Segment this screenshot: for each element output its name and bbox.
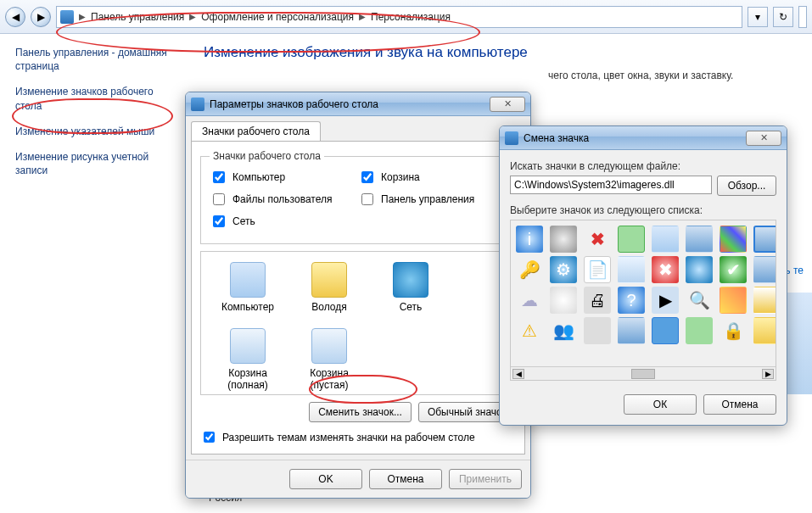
grid-cloud-icon[interactable]: ☁	[516, 287, 543, 314]
grid-blank-disc-icon[interactable]	[550, 287, 577, 314]
checkbox-network-label: Сеть	[232, 215, 255, 227]
checkbox-computer[interactable]: Компьютер	[210, 169, 358, 186]
cancel-button[interactable]: Отмена	[703, 394, 776, 415]
dialog-footer: OK Отмена Применить	[186, 460, 530, 498]
grid-info-icon[interactable]: i	[516, 226, 543, 253]
grid-help-icon[interactable]: ?	[618, 287, 645, 314]
sidebar-account-picture-link[interactable]: Изменение рисунка учетной записи	[15, 150, 170, 177]
icon-file-path-input[interactable]	[510, 176, 712, 194]
desktop-icon-settings-dialog: Параметры значков рабочего стола ✕ Значк…	[185, 92, 531, 499]
grid-chip2-icon[interactable]	[686, 317, 713, 344]
horizontal-scrollbar[interactable]: ◀ ▶	[511, 366, 776, 380]
group-legend: Значки рабочего стола	[210, 150, 324, 162]
grid-lock-icon[interactable]: 🔒	[720, 317, 747, 344]
checkbox-recycle-bin-input[interactable]	[361, 171, 373, 183]
scroll-left-button[interactable]: ◀	[512, 369, 524, 379]
grid-drive-icon[interactable]	[618, 256, 645, 283]
grid-delete-x-icon[interactable]: ✖	[584, 226, 611, 253]
grid-screen-icon[interactable]	[753, 256, 776, 283]
grid-network-icon[interactable]	[686, 256, 713, 283]
grid-computer-icon[interactable]	[753, 226, 776, 253]
decorative-graphic	[787, 293, 812, 394]
browse-button[interactable]: Обзор...	[717, 176, 776, 196]
grid-app-icon[interactable]	[753, 287, 776, 314]
grid-check-icon[interactable]: ✔	[720, 256, 747, 283]
icon-preview-pane: Компьютер Володя Сеть Корзина (полная) К…	[200, 251, 516, 395]
close-button[interactable]: ✕	[746, 131, 781, 146]
chevron-right-icon: ▶	[189, 12, 196, 21]
grid-settings-icon[interactable]: ⚙	[550, 256, 577, 283]
computer-icon	[230, 262, 266, 298]
explorer-toolbar: ◀ ▶ ▶ Панель управления ▶ Оформление и п…	[0, 0, 812, 34]
breadcrumb-personalization[interactable]: Персонализация	[371, 11, 451, 23]
chevron-right-icon: ▶	[79, 12, 86, 21]
preview-computer-label: Компьютер	[215, 301, 281, 313]
preview-network[interactable]: Сеть	[378, 262, 444, 313]
grid-document-icon[interactable]: 📄	[584, 256, 611, 283]
breadcrumb-control-panel[interactable]: Панель управления	[91, 11, 184, 23]
preview-user-folder[interactable]: Володя	[296, 262, 362, 313]
close-button[interactable]: ✕	[490, 97, 525, 112]
ok-button[interactable]: OK	[289, 469, 362, 489]
dialog-titlebar[interactable]: Параметры значков рабочего стола ✕	[186, 92, 530, 116]
checkbox-network-input[interactable]	[213, 215, 225, 227]
network-icon	[393, 262, 428, 298]
desktop-icons-group: Значки рабочего стола Компьютер Корзина …	[200, 150, 516, 244]
breadcrumb-appearance[interactable]: Оформление и персонализация	[201, 11, 354, 23]
checkbox-control-panel[interactable]: Панель управления	[358, 191, 507, 208]
grid-device-icon[interactable]	[584, 317, 611, 344]
tab-desktop-icons[interactable]: Значки рабочего стола	[191, 121, 321, 141]
change-icon-button[interactable]: Сменить значок...	[309, 402, 412, 422]
allow-themes-checkbox[interactable]: Разрешить темам изменять значки на рабоч…	[200, 429, 516, 445]
scroll-right-button[interactable]: ▶	[762, 369, 774, 379]
dialog-title: Параметры значков рабочего стола	[210, 98, 484, 110]
ok-button[interactable]: ОК	[624, 394, 697, 415]
grid-panel-icon[interactable]	[618, 317, 645, 344]
grid-chip-icon[interactable]	[618, 226, 645, 253]
grid-disc-icon[interactable]	[550, 226, 577, 253]
checkbox-computer-label: Компьютер	[232, 171, 285, 183]
allow-themes-checkbox-input[interactable]	[204, 432, 215, 443]
grid-error-icon[interactable]: ✖	[652, 256, 679, 283]
preview-bin-empty[interactable]: Корзина (пустая)	[296, 328, 362, 391]
sidebar-home-link[interactable]: Панель управления - домашняя страница	[15, 46, 170, 73]
forward-button[interactable]: ▶	[31, 7, 51, 27]
address-dropdown-button[interactable]: ▾	[748, 7, 768, 27]
checkbox-user-files[interactable]: Файлы пользователя	[210, 191, 358, 208]
checkbox-user-files-input[interactable]	[213, 193, 225, 205]
grid-folder-icon[interactable]	[753, 317, 776, 344]
sidebar: Панель управления - домашняя страница Из…	[0, 34, 178, 513]
sidebar-desktop-icons-link[interactable]: Изменение значков рабочего стола	[15, 85, 170, 112]
grid-key-icon[interactable]: 🔑	[516, 256, 543, 283]
grid-window-icon[interactable]	[652, 317, 679, 344]
dialog-titlebar[interactable]: Смена значка ✕	[500, 126, 787, 150]
grid-printer-icon[interactable]: 🖨	[584, 287, 611, 314]
sidebar-mouse-pointers-link[interactable]: Изменение указателей мыши	[15, 125, 170, 138]
refresh-button[interactable]: ↻	[773, 7, 793, 27]
grid-users-icon[interactable]: 👥	[550, 317, 577, 344]
checkbox-control-panel-input[interactable]	[361, 193, 373, 205]
checkbox-computer-input[interactable]	[213, 171, 225, 183]
cancel-button[interactable]: Отмена	[369, 469, 442, 489]
apply-button[interactable]: Применить	[449, 469, 522, 489]
checkbox-recycle-bin[interactable]: Корзина	[358, 169, 507, 186]
preview-bin-empty-label: Корзина (пустая)	[296, 367, 362, 391]
address-bar[interactable]: ▶ Панель управления ▶ Оформление и персо…	[56, 6, 742, 28]
grid-warning-icon[interactable]: ⚠	[516, 317, 543, 344]
grid-shield-icon[interactable]	[720, 226, 747, 253]
checkbox-recycle-bin-label: Корзина	[381, 171, 420, 183]
grid-search-icon[interactable]: 🔍	[686, 287, 713, 314]
preview-bin-full[interactable]: Корзина (полная)	[215, 328, 281, 391]
grid-display-icon[interactable]	[652, 226, 679, 253]
preview-computer[interactable]: Компьютер	[215, 262, 281, 313]
grid-monitor-icon[interactable]	[686, 226, 713, 253]
grid-run-icon[interactable]: ▶	[652, 287, 679, 314]
preview-user-label: Володя	[296, 301, 362, 313]
grid-security-icon[interactable]	[720, 287, 747, 314]
back-button[interactable]: ◀	[5, 7, 25, 27]
scroll-thumb[interactable]	[631, 369, 655, 379]
path-label: Искать значки в следующем файле:	[510, 160, 776, 172]
icon-list: i ✖ 🔑 ⚙ 📄 ✖ ✔ ☁ 🖨 ? ▶	[510, 220, 776, 381]
search-box-edge[interactable]	[798, 6, 807, 28]
checkbox-network[interactable]: Сеть	[210, 213, 358, 230]
